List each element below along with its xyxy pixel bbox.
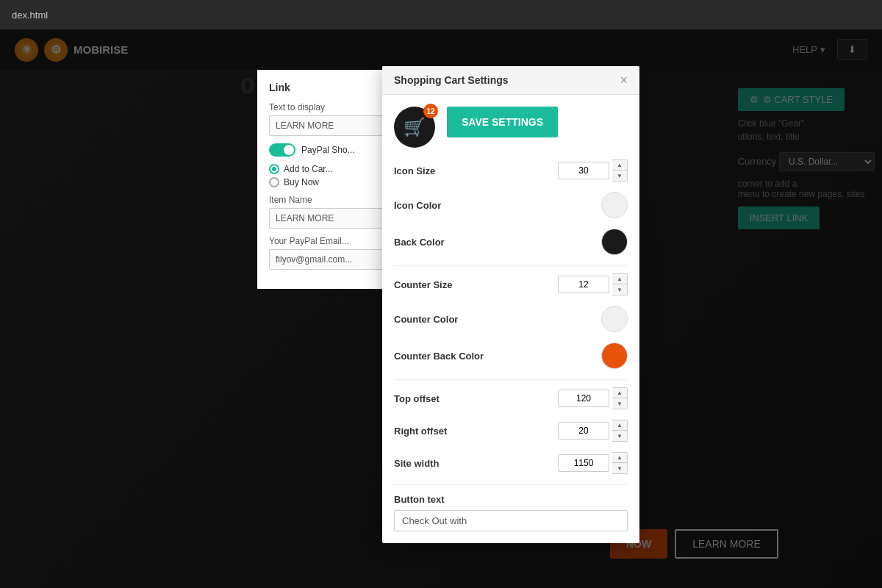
right-offset-down-btn[interactable]: ▼ [612,431,627,441]
right-offset-control: ▲ ▼ [558,420,628,442]
site-width-row: Site width ▲ ▼ [394,452,628,474]
top-offset-row: Top offset ▲ ▼ [394,387,628,409]
counter-back-color-control [601,343,628,369]
save-settings-button[interactable]: SAVE SETTINGS [447,107,558,137]
button-text-input[interactable] [394,510,628,531]
item-name-input[interactable] [269,208,384,229]
site-width-label: Site width [394,458,551,469]
icon-size-down-btn[interactable]: ▼ [612,171,627,181]
cart-badge: 12 [423,104,438,118]
counter-size-row: Counter Size ▲ ▼ [394,273,628,295]
close-panel-button[interactable]: × [620,74,628,87]
back-color-swatch[interactable] [601,229,628,255]
paypal-toggle-label: PayPal Sho... [301,145,355,155]
top-offset-input[interactable] [558,390,609,407]
close-icon: × [620,73,628,87]
icon-size-up-btn[interactable]: ▲ [612,160,627,171]
icon-color-label: Icon Color [394,200,594,211]
cart-panel-body: 🛒 12 SAVE SETTINGS Icon Size ▲ ▼ [382,95,639,543]
counter-back-color-row: Counter Back Color [394,343,628,369]
filename-label: dex.html [12,10,48,21]
icon-color-control [601,192,628,218]
radio-unselected-icon [269,177,279,187]
divider-1 [394,265,628,266]
cart-panel-header: Shopping Cart Settings × [382,66,639,95]
email-input[interactable] [269,249,384,270]
right-offset-input[interactable] [558,422,609,440]
text-to-display-input[interactable] [269,115,384,136]
cart-icon-area: 🛒 12 SAVE SETTINGS [394,107,628,148]
top-offset-control: ▲ ▼ [558,387,628,409]
back-color-control [601,229,628,255]
right-offset-label: Right offset [394,426,551,437]
radio-selected-icon [269,164,279,174]
icon-color-row: Icon Color [394,192,628,218]
counter-size-down-btn[interactable]: ▼ [612,284,627,295]
counter-color-label: Counter Color [394,314,594,325]
icon-color-swatch[interactable] [601,192,628,218]
counter-size-control: ▲ ▼ [558,273,628,295]
item-name-label: Item Name [269,195,384,205]
icon-size-input[interactable] [558,162,609,179]
icon-size-row: Icon Size ▲ ▼ [394,159,628,182]
main-content-area: ☀ ⚙ MOBIRISE HELP ▾ ⬇ One panel to style… [0,29,882,588]
top-offset-label: Top offset [394,393,551,404]
cart-icon: 🛒 [404,117,426,137]
counter-color-row: Counter Color [394,306,628,332]
counter-size-input[interactable] [558,276,609,293]
cart-icon-wrapper: 🛒 12 [394,107,435,148]
divider-3 [394,484,628,485]
paypal-toggle[interactable] [269,143,295,157]
counter-size-spinner: ▲ ▼ [612,273,628,295]
link-panel-title: Link [269,82,384,93]
divider-2 [394,379,628,380]
icon-size-spinner: ▲ ▼ [612,159,628,182]
cart-panel-title: Shopping Cart Settings [394,74,509,86]
counter-size-up-btn[interactable]: ▲ [612,274,627,284]
counter-color-swatch[interactable] [601,306,628,332]
icon-size-label: Icon Size [394,165,551,176]
top-offset-spinner: ▲ ▼ [612,387,628,409]
site-width-spinner: ▲ ▼ [612,452,628,474]
counter-size-label: Counter Size [394,279,551,290]
radio-add-to-cart[interactable]: Add to Car... [269,164,384,174]
button-text-section: Button text [394,492,628,531]
top-bar: dex.html [0,0,882,29]
top-offset-down-btn[interactable]: ▼ [612,398,627,409]
top-offset-up-btn[interactable]: ▲ [612,388,627,398]
button-text-label: Button text [394,494,445,505]
link-panel: Link Text to display PayPal Sho... Add t… [257,70,397,289]
back-color-row: Back Color [394,229,628,255]
right-offset-row: Right offset ▲ ▼ [394,420,628,442]
radio-group: Add to Car... Buy Now [269,164,384,187]
radio-buy-now[interactable]: Buy Now [269,177,384,187]
right-offset-spinner: ▲ ▼ [612,420,628,442]
back-color-label: Back Color [394,237,594,248]
paypal-toggle-row: PayPal Sho... [269,143,384,157]
site-width-down-btn[interactable]: ▼ [612,463,627,473]
cart-settings-panel: Shopping Cart Settings × 🛒 12 SAVE SETTI… [382,66,639,543]
icon-size-control: ▲ ▼ [558,159,628,182]
counter-back-color-swatch[interactable] [601,343,628,369]
counter-color-control [601,306,628,332]
counter-back-color-label: Counter Back Color [394,351,594,362]
email-label: Your PayPal Email... [269,236,384,246]
text-to-display-label: Text to display [269,102,384,112]
background: dex.html ☀ ⚙ MOBIRISE HELP ▾ ⬇ [0,0,882,588]
site-width-control: ▲ ▼ [558,452,628,474]
site-width-up-btn[interactable]: ▲ [612,453,627,463]
right-offset-up-btn[interactable]: ▲ [612,420,627,431]
site-width-input[interactable] [558,454,609,472]
